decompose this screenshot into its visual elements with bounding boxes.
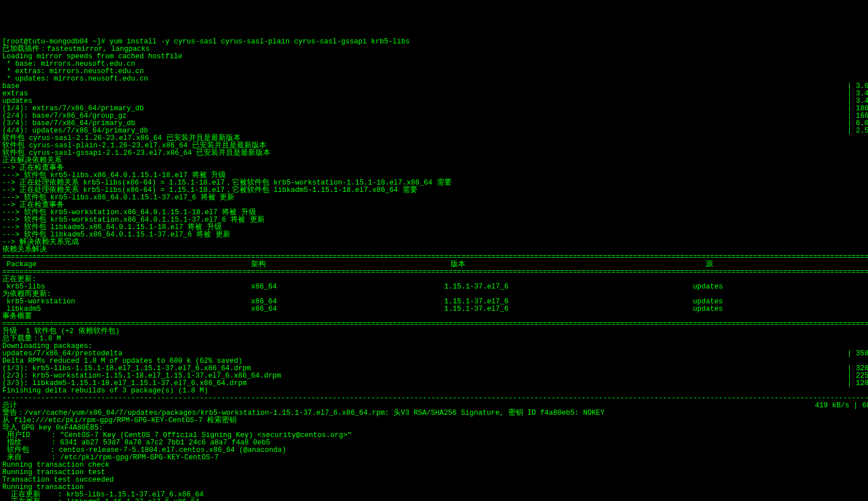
terminal-line: ========================================… [2,268,866,276]
terminal-line: Running transaction test [2,469,866,476]
terminal-line: 正在解决依赖关系 [2,157,866,165]
terminal-line: 来自 : /etc/pki/rpm-gpg/RPM-GPG-KEY-CentOS… [2,454,866,462]
terminal-line: Transaction test succeeded [2,476,866,484]
terminal-line: 软件包 cyrus-sasl-gssapi-2.1.26-23.el7.x86_… [2,150,866,157]
terminal-line: libkadm5 x86_64 1.15.1-37.el7_6 updates [2,306,866,313]
terminal-line: ========================================… [2,320,866,328]
terminal-line: --> 解决依赖关系完成 [2,239,866,246]
terminal-line: ---> 软件包 krb5-libs.x86_64.0.1.15.1-37.el… [2,194,866,202]
terminal-line: 总下载量：1.8 M [2,335,866,343]
terminal-line: 从 file:///etc/pki/rpm-gpg/RPM-GPG-KEY-Ce… [2,417,866,424]
terminal-line: ---> 软件包 libkadm5.x86_64.0.1.15.1-37.el7… [2,231,866,239]
terminal-line: 升级 1 软件包 (+2 依赖软件包) [2,328,866,335]
terminal-output[interactable]: [root@tutu-mongodb04 ~]# yum install -y … [0,37,868,501]
terminal-line: Running transaction check [2,462,866,469]
terminal-line: 正在更新 : libkadm5-1.15.1-37.el7_6.x86_64 [2,499,866,501]
terminal-line: krb5-libs x86_64 1.15.1-37.el7_6 updates [2,283,866,291]
